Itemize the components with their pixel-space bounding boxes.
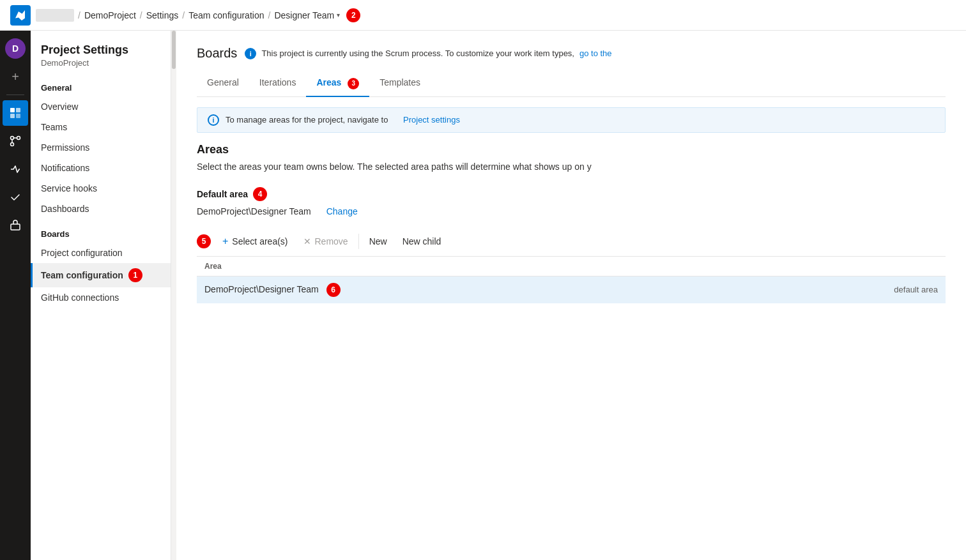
icon-rail: D + [0, 31, 31, 560]
step-badge-1: 1 [128, 268, 142, 282]
change-link[interactable]: Change [326, 206, 358, 216]
content-area: Boards i This project is currently using… [176, 31, 966, 319]
rail-testplans-icon[interactable] [3, 185, 28, 210]
rail-repos-icon[interactable] [3, 128, 28, 154]
info-icon: i [245, 48, 256, 59]
default-area-label-text: Default area [197, 189, 248, 199]
x-icon: ✕ [303, 236, 311, 246]
boards-page-title: Boards [197, 46, 237, 61]
sidebar-item-project-configuration[interactable]: Project configuration [31, 243, 171, 263]
area-row-path: DemoProject\Designer Team 6 [197, 276, 735, 303]
step-badge-4: 4 [253, 187, 267, 201]
select-areas-label: Select area(s) [232, 236, 288, 246]
step-badge-2: 2 [346, 8, 360, 22]
sidebar-header: Project Settings DemoProject [31, 31, 171, 73]
sidebar-item-service-hooks[interactable]: Service hooks [31, 178, 171, 199]
select-areas-button[interactable]: + Select area(s) [215, 232, 296, 251]
user-avatar: D [5, 38, 26, 59]
default-area-row: DemoProject\Designer Team Change [197, 206, 946, 216]
svg-rect-3 [16, 114, 20, 118]
tab-iterations[interactable]: Iterations [249, 71, 307, 97]
boards-notice-text: This project is currently using the Scru… [261, 49, 574, 58]
boards-notice-link[interactable]: go to the [579, 49, 612, 58]
sidebar-subtitle: DemoProject [41, 58, 160, 68]
rail-artifacts-icon[interactable] [3, 213, 28, 238]
sidebar: Project Settings DemoProject General Ove… [31, 31, 171, 560]
sidebar-item-permissions[interactable]: Permissions [31, 137, 171, 158]
sep1: / [78, 10, 80, 20]
chevron-down-icon: ▾ [337, 11, 340, 19]
rail-pipelines-icon[interactable] [3, 156, 28, 182]
rail-separator [6, 95, 24, 95]
new-child-label: New child [402, 236, 441, 246]
app-body: D + [0, 31, 966, 560]
svg-rect-1 [16, 108, 20, 112]
area-column-header: Area [197, 257, 735, 276]
tab-general[interactable]: General [197, 71, 249, 97]
breadcrumb-blank [36, 9, 74, 22]
new-child-button[interactable]: New child [395, 232, 449, 250]
step-badge-5: 5 [197, 234, 211, 248]
breadcrumb-project[interactable]: DemoProject [84, 10, 136, 20]
areas-section-title: Areas [197, 143, 946, 156]
new-button[interactable]: New [362, 232, 395, 250]
sidebar-title: Project Settings [41, 43, 160, 57]
step-badge-3: 3 [348, 78, 359, 89]
svg-point-4 [11, 137, 14, 140]
sidebar-section-boards: Boards [31, 219, 171, 243]
svg-rect-0 [10, 108, 15, 112]
avatar-letter: D [12, 43, 19, 54]
remove-button[interactable]: ✕ Remove [296, 232, 356, 250]
tab-templates[interactable]: Templates [369, 71, 431, 97]
tab-areas[interactable]: Areas 3 [306, 71, 369, 97]
plus-icon: + [222, 236, 228, 247]
sidebar-item-team-configuration[interactable]: Team configuration 1 [31, 263, 171, 287]
area-table: Area DemoProject\Designer Team 6 default… [197, 257, 946, 303]
step-badge-6: 6 [326, 283, 341, 297]
project-settings-link[interactable]: Project settings [403, 115, 460, 125]
sep3: / [182, 10, 185, 20]
toolbar-separator [358, 234, 359, 249]
svg-point-5 [17, 137, 20, 140]
sep4: / [268, 10, 270, 20]
sidebar-item-teams[interactable]: Teams [31, 117, 171, 137]
svg-rect-7 [11, 224, 20, 230]
info-banner-icon: i [208, 114, 219, 126]
breadcrumb-team-label: Designer Team [274, 10, 334, 20]
areas-section-desc: Select the areas your team owns below. T… [197, 162, 946, 172]
remove-label: Remove [315, 236, 348, 246]
add-project-button[interactable]: + [3, 64, 28, 89]
boards-notice: i This project is currently using the Sc… [245, 48, 611, 59]
breadcrumb-team[interactable]: Designer Team ▾ [274, 10, 340, 20]
info-banner: i To manage areas for the project, navig… [197, 107, 946, 133]
new-label: New [369, 236, 387, 246]
table-row[interactable]: DemoProject\Designer Team 6 default area [197, 276, 946, 303]
sidebar-item-dashboards[interactable]: Dashboards [31, 199, 171, 219]
main-content: Boards i This project is currently using… [176, 31, 966, 560]
sidebar-item-notifications[interactable]: Notifications [31, 158, 171, 178]
info-banner-text: To manage areas for the project, navigat… [226, 115, 388, 125]
svg-rect-2 [10, 114, 15, 118]
azure-devops-logo[interactable] [10, 5, 31, 26]
rail-avatar[interactable]: D [3, 36, 28, 61]
svg-point-6 [11, 143, 14, 146]
default-area-label: Default area 4 [197, 187, 946, 201]
sep2: / [140, 10, 142, 20]
sidebar-scrollbar[interactable] [171, 31, 176, 560]
rail-boards-icon[interactable] [3, 100, 28, 126]
scroll-thumb [172, 31, 176, 69]
boards-header: Boards i This project is currently using… [197, 46, 946, 61]
default-area-value: DemoProject\Designer Team [197, 206, 311, 216]
breadcrumb: / DemoProject / Settings / Team configur… [36, 8, 360, 22]
tabs: General Iterations Areas 3 Templates [197, 71, 946, 97]
area-row-badge: default area [735, 276, 946, 303]
area-badge-header [735, 257, 946, 276]
area-toolbar: 5 + Select area(s) ✕ Remove New New chil… [197, 232, 946, 257]
sidebar-item-github-connections[interactable]: GitHub connections [31, 287, 171, 308]
top-nav: / DemoProject / Settings / Team configur… [0, 0, 966, 31]
breadcrumb-settings[interactable]: Settings [146, 10, 179, 20]
sidebar-item-overview[interactable]: Overview [31, 96, 171, 117]
sidebar-section-general: General [31, 73, 171, 96]
breadcrumb-team-config[interactable]: Team configuration [188, 10, 264, 20]
